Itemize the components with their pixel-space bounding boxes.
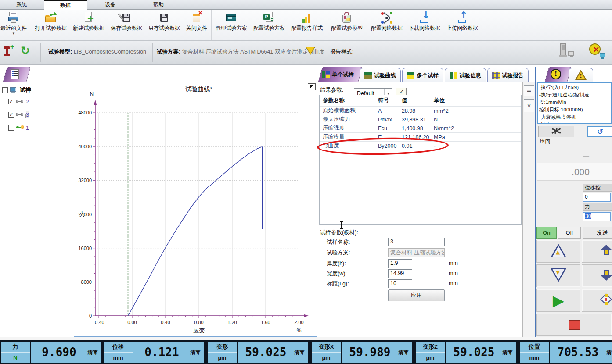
status-name: 位移 bbox=[104, 342, 133, 352]
jog-fast-down-button[interactable]: ▼ bbox=[536, 264, 580, 287]
start-button[interactable]: ▶ bbox=[536, 289, 580, 312]
position-zero-button[interactable]: 清零 bbox=[606, 349, 612, 356]
status-panel-deformation-x: 变形X µm 59.989 清零 bbox=[312, 342, 412, 363]
menu-item-help[interactable]: 帮助 bbox=[146, 0, 171, 10]
status-bar: 力 N 9.690 清零 位移 mm 0.121 清零 变形 µm bbox=[0, 340, 612, 364]
chart-popout-button[interactable] bbox=[308, 83, 316, 90]
on-button[interactable]: On bbox=[536, 227, 557, 239]
checkbox[interactable] bbox=[2, 87, 8, 93]
results-cell: MPa bbox=[431, 134, 454, 140]
download-button[interactable]: ↓下载网络数据 bbox=[406, 11, 443, 40]
results-row[interactable]: 弯曲度By20000.01- bbox=[320, 142, 521, 150]
width-input[interactable]: 14.99 bbox=[388, 269, 412, 278]
refresh-button[interactable]: ↻ bbox=[20, 45, 32, 59]
displacement-zero-button[interactable]: 清零 bbox=[190, 349, 204, 356]
resume-button[interactable]: ↺ bbox=[587, 126, 612, 137]
deformation-x-zero-button[interactable]: 清零 bbox=[398, 349, 412, 356]
upload-button[interactable]: ↑上传网络数据 bbox=[443, 11, 481, 40]
displacement-control-input[interactable]: 0 bbox=[583, 193, 611, 202]
model-bag-button[interactable]: 配置试验模型 bbox=[328, 11, 366, 40]
jog-down-button[interactable] bbox=[582, 264, 612, 287]
tree-item-3[interactable]: ✓ 3 bbox=[8, 111, 29, 118]
save-button[interactable]: 保存试验数据 bbox=[108, 11, 145, 40]
refresh-icon: ↻ bbox=[20, 45, 32, 59]
jog-up-button[interactable] bbox=[582, 240, 612, 263]
tab-single-specimen[interactable]: 单个试样 bbox=[318, 67, 358, 82]
svg-text:应变: 应变 bbox=[193, 327, 205, 334]
results-row[interactable]: 压缩强度Fcu1,400.98N/mm^2 bbox=[320, 124, 521, 133]
send-button[interactable]: 发送 bbox=[583, 227, 612, 239]
tree-item-1[interactable]: 1 bbox=[8, 124, 29, 132]
specimen-diamond-icon bbox=[600, 293, 612, 308]
scroll-down-button[interactable]: v bbox=[524, 99, 534, 112]
toolbar2-right-icons: × bbox=[548, 43, 612, 60]
jog-fast-up-button[interactable]: ▲ bbox=[536, 240, 580, 263]
thickness-input[interactable]: 1.9 bbox=[388, 259, 412, 268]
status-name: 力 bbox=[1, 342, 30, 352]
status-panel-displacement: 位移 mm 0.121 清零 bbox=[104, 342, 204, 363]
recent-files-button[interactable]: 最近的文件 ▾ bbox=[0, 11, 30, 40]
manage-scheme-button[interactable]: 管理试验方案 bbox=[212, 11, 250, 40]
single-specimen-tab-icon bbox=[322, 71, 330, 78]
deformation-zero-button[interactable]: 清零 bbox=[294, 349, 308, 356]
tab-test-list[interactable] bbox=[3, 67, 26, 82]
force-control-input[interactable]: 30 bbox=[583, 212, 611, 221]
menu-item-data[interactable]: 数据 bbox=[44, 0, 87, 10]
ribbon-button-label: 关闭文件 bbox=[186, 25, 207, 32]
download-icon: ↓ bbox=[418, 12, 431, 24]
force-zero-button[interactable]: 清零 bbox=[87, 349, 101, 356]
configure-scheme-button[interactable]: P配置试验方案 bbox=[250, 11, 288, 40]
results-cell: 压缩强度 bbox=[320, 125, 375, 132]
save-as-button[interactable]: 另存试验数据 bbox=[145, 11, 183, 40]
results-row[interactable]: 压缩模量E121,186.20MPa bbox=[320, 133, 521, 142]
tab-multi-specimen[interactable]: 多个试样 bbox=[402, 68, 443, 82]
tree-root[interactable]: 试样 bbox=[2, 86, 31, 94]
tree-item-2[interactable]: ✓ 2 bbox=[8, 97, 29, 105]
results-table[interactable]: 参数名称符号值单位原始横截面积A28.98mm^2最大压缩力Pmax39,898… bbox=[319, 95, 522, 225]
tab-run-status[interactable]: ! bbox=[544, 67, 567, 82]
off-button[interactable]: Off bbox=[558, 227, 581, 239]
checkbox[interactable]: ✓ bbox=[8, 99, 14, 104]
panel-scroll-strip: = v bbox=[522, 82, 535, 337]
apply-button[interactable]: 应用 bbox=[388, 289, 445, 301]
network-config-button[interactable]: 配置网络数据 bbox=[368, 11, 406, 40]
specimen-protect-button[interactable] bbox=[582, 289, 612, 312]
status-unit: N bbox=[1, 353, 30, 363]
test-list-tab-icon bbox=[11, 69, 20, 80]
specimen-add-button[interactable]: + bbox=[3, 45, 15, 59]
tab-test-report[interactable]: 试验报告 bbox=[487, 68, 529, 82]
width-label: 宽度(w): bbox=[327, 270, 347, 278]
play-icon: ▶ bbox=[553, 293, 564, 308]
tab-alarm[interactable]: ! bbox=[569, 68, 593, 82]
status-value: 0.121 bbox=[133, 346, 190, 359]
machine-status-icon[interactable] bbox=[559, 43, 577, 60]
tab-test-curve[interactable]: 试验曲线 bbox=[360, 68, 401, 82]
abort-button[interactable] bbox=[538, 126, 574, 137]
results-row[interactable]: 原始横截面积A28.98mm^2 bbox=[320, 107, 521, 115]
splitter-collapse-button[interactable]: = bbox=[524, 85, 534, 96]
checkbox[interactable] bbox=[8, 125, 14, 131]
new-file-button[interactable]: +新建试验数据 bbox=[70, 11, 108, 40]
specimen-name-input[interactable]: 3 bbox=[388, 238, 445, 246]
menu-item-system[interactable]: 系统 bbox=[8, 0, 35, 10]
disconnect-status-icon[interactable]: × bbox=[588, 43, 606, 60]
status-panel-force: 力 N 9.690 清零 bbox=[1, 342, 101, 363]
open-folder-button[interactable]: 打开试验数据 bbox=[32, 11, 70, 40]
stop-button[interactable] bbox=[536, 314, 612, 336]
close-file-button[interactable]: ×关闭文件 bbox=[183, 11, 210, 40]
report-style-button[interactable]: 配置报告样式 bbox=[288, 11, 326, 40]
tab-test-info[interactable]: 试验信息 bbox=[445, 68, 486, 82]
test-scheme-input[interactable]: 复合材料-压缩试验方法 A bbox=[388, 248, 445, 257]
tree-item-label: 2 bbox=[26, 98, 29, 105]
menu-item-device[interactable]: 设备 bbox=[97, 0, 123, 10]
results-column-header: 单位 bbox=[431, 97, 454, 104]
yellow-triangle-icon[interactable] bbox=[306, 47, 315, 55]
bottom-splitter[interactable] bbox=[0, 337, 612, 340]
gauge-length-input[interactable]: 10 bbox=[388, 279, 412, 288]
ribbon-button-label: 上传网络数据 bbox=[446, 25, 478, 32]
results-row[interactable]: 最大压缩力Pmax39,898.31N bbox=[320, 115, 521, 124]
configure-scheme-icon: P bbox=[263, 12, 275, 24]
status-name: 变形X bbox=[312, 342, 341, 352]
deformation-z-zero-button[interactable]: 清零 bbox=[502, 349, 516, 356]
checkbox[interactable]: ✓ bbox=[8, 112, 14, 118]
